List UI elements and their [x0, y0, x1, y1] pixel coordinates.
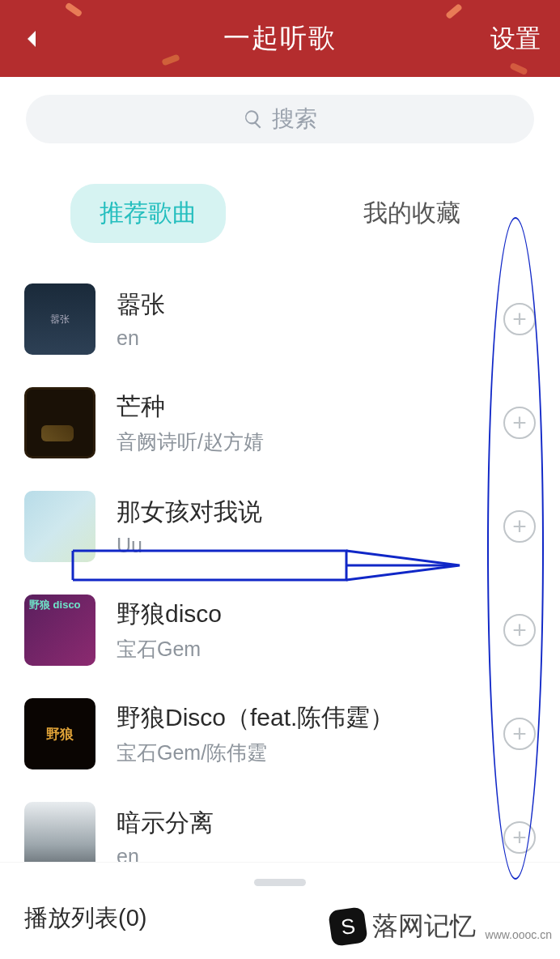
song-artist: 宝石Gem — [117, 636, 482, 663]
song-title: 野狼disco — [117, 598, 482, 631]
song-title: 野狼Disco（feat.陈伟霆） — [117, 701, 482, 735]
back-button[interactable] — [19, 27, 44, 51]
song-info: 暗示分离 en — [117, 807, 482, 868]
song-artist: 宝石Gem/陈伟霆 — [117, 739, 482, 766]
song-item[interactable]: 那女孩对我说 Uu + — [24, 475, 536, 578]
song-title: 那女孩对我说 — [117, 496, 482, 529]
watermark-text: 落网记忆 — [372, 909, 476, 944]
song-item[interactable]: 芒种 音阙诗听/赵方婧 + — [24, 371, 536, 475]
plus-icon: + — [512, 618, 527, 642]
tab-favorites[interactable]: 我的收藏 — [334, 184, 490, 243]
song-item[interactable]: 嚣张 嚣张 en + — [24, 267, 536, 371]
song-info: 野狼Disco（feat.陈伟霆） 宝石Gem/陈伟霆 — [117, 701, 482, 766]
tab-recommended[interactable]: 推荐歌曲 — [70, 184, 226, 243]
add-button[interactable]: + — [503, 407, 536, 439]
top-header: 一起听歌 设置 — [0, 0, 560, 77]
song-artist: 音阙诗听/赵方婧 — [117, 428, 482, 455]
song-item[interactable]: 暗示分离 en + — [24, 786, 536, 873]
song-item[interactable]: 野狼 disco 野狼disco 宝石Gem + — [24, 578, 536, 682]
song-title: 芒种 — [117, 390, 482, 424]
settings-button[interactable]: 设置 — [490, 22, 541, 56]
song-title: 嚣张 — [117, 288, 482, 322]
song-item[interactable]: 野狼 野狼Disco（feat.陈伟霆） 宝石Gem/陈伟霆 + — [24, 682, 536, 786]
song-artist: Uu — [117, 534, 482, 557]
song-info: 野狼disco 宝石Gem — [117, 598, 482, 663]
album-cover: 嚣张 — [24, 283, 95, 355]
watermark-icon: S — [328, 906, 368, 947]
search-icon — [243, 109, 264, 130]
search-container: 搜索 — [0, 77, 560, 151]
song-title: 暗示分离 — [117, 807, 482, 840]
song-info: 嚣张 en — [117, 288, 482, 350]
plus-icon: + — [512, 825, 527, 850]
search-input[interactable]: 搜索 — [26, 95, 534, 143]
song-artist: en — [117, 326, 482, 350]
album-cover — [24, 491, 95, 562]
watermark-url: www.oooc.cn — [486, 928, 552, 941]
search-placeholder: 搜索 — [272, 104, 317, 134]
plus-icon: + — [512, 722, 527, 746]
song-list: 嚣张 嚣张 en + 芒种 音阙诗听/赵方婧 + 那女孩对我说 Uu + 野狼 … — [0, 259, 560, 873]
add-button[interactable]: + — [503, 718, 536, 750]
back-icon — [23, 28, 40, 50]
drag-handle-icon[interactable] — [254, 879, 306, 886]
album-cover: 野狼 — [24, 698, 95, 769]
add-button[interactable]: + — [503, 821, 536, 854]
album-cover — [24, 387, 95, 458]
song-info: 那女孩对我说 Uu — [117, 496, 482, 557]
add-button[interactable]: + — [503, 303, 536, 335]
tabs: 推荐歌曲 我的收藏 — [0, 151, 560, 259]
page-title: 一起听歌 — [223, 20, 337, 57]
song-info: 芒种 音阙诗听/赵方婧 — [117, 390, 482, 455]
album-cover: 野狼 disco — [24, 595, 95, 666]
plus-icon: + — [512, 411, 527, 435]
add-button[interactable]: + — [503, 510, 536, 543]
plus-icon: + — [512, 307, 527, 331]
plus-icon: + — [512, 514, 527, 539]
add-button[interactable]: + — [503, 614, 536, 646]
watermark: S 落网记忆 www.oooc.cn — [330, 909, 552, 944]
